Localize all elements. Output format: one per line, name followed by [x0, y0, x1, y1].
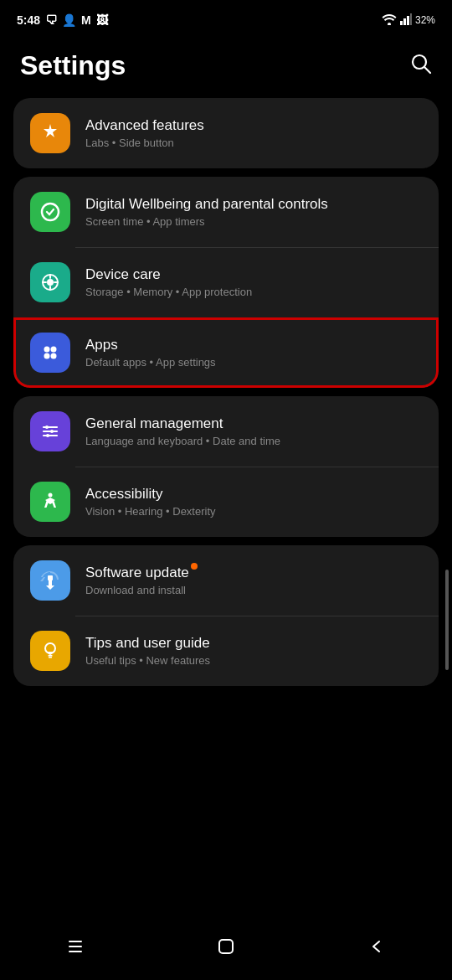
svg-point-11 — [51, 347, 57, 353]
settings-item-device-care[interactable]: Device care Storage • Memory • App prote… — [13, 247, 439, 317]
digital-wellbeing-title: Digital Wellbeing and parental controls — [85, 196, 422, 213]
battery-icon: 32% — [415, 14, 435, 26]
search-icon[interactable] — [410, 53, 432, 80]
settings-item-digital-wellbeing[interactable]: Digital Wellbeing and parental controls … — [13, 177, 439, 247]
svg-point-19 — [46, 434, 49, 437]
advanced-features-subtitle: Labs • Side button — [85, 137, 422, 149]
nav-home[interactable] — [201, 930, 251, 963]
svg-point-17 — [45, 426, 49, 429]
general-management-text: General management Language and keyboard… — [85, 415, 422, 447]
advanced-features-title: Advanced features — [85, 117, 422, 134]
time-display: 5:48 — [17, 13, 40, 27]
apps-item-wrapper: Apps Default apps • App settings — [13, 317, 439, 388]
advanced-features-icon — [30, 113, 70, 153]
wifi-icon — [382, 13, 397, 28]
software-update-subtitle: Download and install — [85, 584, 422, 596]
scrollbar[interactable] — [445, 570, 449, 670]
svg-point-20 — [49, 493, 53, 498]
general-management-subtitle: Language and keyboard • Date and time — [85, 435, 422, 447]
svg-point-7 — [42, 204, 59, 220]
device-care-title: Device care — [85, 266, 422, 283]
tips-subtitle: Useful tips • New features — [85, 654, 422, 667]
svg-rect-1 — [400, 21, 403, 25]
settings-item-general-management[interactable]: General management Language and keyboard… — [13, 396, 439, 467]
accessibility-title: Accessibility — [85, 486, 422, 503]
image-icon: 🖼 — [96, 13, 108, 27]
svg-point-18 — [50, 430, 54, 433]
settings-item-software-update[interactable]: Software update Download and install — [13, 545, 439, 616]
settings-group-4: Software update Download and install Tip… — [13, 545, 439, 686]
tips-icon — [30, 631, 70, 671]
signal-icon — [400, 13, 412, 28]
digital-wellbeing-text: Digital Wellbeing and parental controls … — [85, 196, 422, 228]
svg-rect-4 — [410, 13, 412, 25]
svg-rect-28 — [219, 940, 233, 953]
apps-text: Apps Default apps • App settings — [85, 337, 422, 369]
svg-line-6 — [424, 67, 430, 73]
device-care-text: Device care Storage • Memory • App prote… — [85, 266, 422, 298]
general-management-icon — [30, 411, 70, 451]
advanced-features-text: Advanced features Labs • Side button — [85, 117, 422, 149]
svg-rect-24 — [49, 657, 52, 658]
accessibility-icon — [30, 482, 70, 522]
settings-container: Advanced features Labs • Side button Dig… — [0, 98, 452, 686]
apps-title: Apps — [85, 337, 422, 353]
settings-group-1: Advanced features Labs • Side button — [13, 98, 439, 168]
settings-item-apps[interactable]: Apps Default apps • App settings — [13, 317, 439, 388]
software-update-text: Software update Download and install — [85, 565, 422, 596]
svg-point-10 — [44, 347, 50, 353]
status-right: 32% — [382, 13, 435, 28]
email-icon: M — [81, 13, 91, 27]
software-update-icon — [30, 560, 70, 601]
settings-group-2: Digital Wellbeing and parental controls … — [13, 177, 439, 388]
apps-subtitle: Default apps • App settings — [85, 356, 422, 369]
status-bar: 5:48 🗨 👤 M 🖼 32% — [0, 0, 452, 37]
svg-point-12 — [44, 353, 50, 359]
nav-back[interactable] — [352, 930, 402, 963]
notification-icon: 🗨 — [45, 13, 57, 27]
digital-wellbeing-subtitle: Screen time • App timers — [85, 215, 422, 228]
device-care-subtitle: Storage • Memory • App protection — [85, 286, 422, 298]
page-title: Settings — [20, 50, 126, 81]
svg-point-0 — [388, 23, 391, 25]
user-icon: 👤 — [62, 13, 76, 27]
accessibility-text: Accessibility Vision • Hearing • Dexteri… — [85, 486, 422, 518]
svg-rect-23 — [49, 655, 53, 657]
svg-point-13 — [51, 353, 57, 359]
svg-rect-21 — [48, 575, 53, 580]
settings-item-tips[interactable]: Tips and user guide Useful tips • New fe… — [13, 616, 439, 686]
tips-text: Tips and user guide Useful tips • New fe… — [85, 635, 422, 667]
software-update-title: Software update — [85, 565, 422, 581]
settings-item-accessibility[interactable]: Accessibility Vision • Hearing • Dexteri… — [13, 467, 439, 537]
svg-rect-3 — [407, 16, 409, 25]
svg-rect-2 — [403, 18, 406, 25]
status-left: 5:48 🗨 👤 M 🖼 — [17, 13, 108, 27]
settings-group-3: General management Language and keyboard… — [13, 396, 439, 537]
nav-recent[interactable] — [50, 930, 100, 963]
digital-wellbeing-icon — [30, 192, 70, 232]
general-management-title: General management — [85, 415, 422, 432]
svg-point-9 — [47, 279, 54, 286]
accessibility-subtitle: Vision • Hearing • Dexterity — [85, 505, 422, 518]
nav-bar — [0, 921, 452, 980]
tips-title: Tips and user guide — [85, 635, 422, 652]
header: Settings — [0, 37, 452, 98]
notification-dot — [191, 563, 198, 570]
apps-icon — [30, 333, 70, 373]
device-care-icon — [30, 262, 70, 302]
settings-item-advanced-features[interactable]: Advanced features Labs • Side button — [13, 98, 439, 168]
